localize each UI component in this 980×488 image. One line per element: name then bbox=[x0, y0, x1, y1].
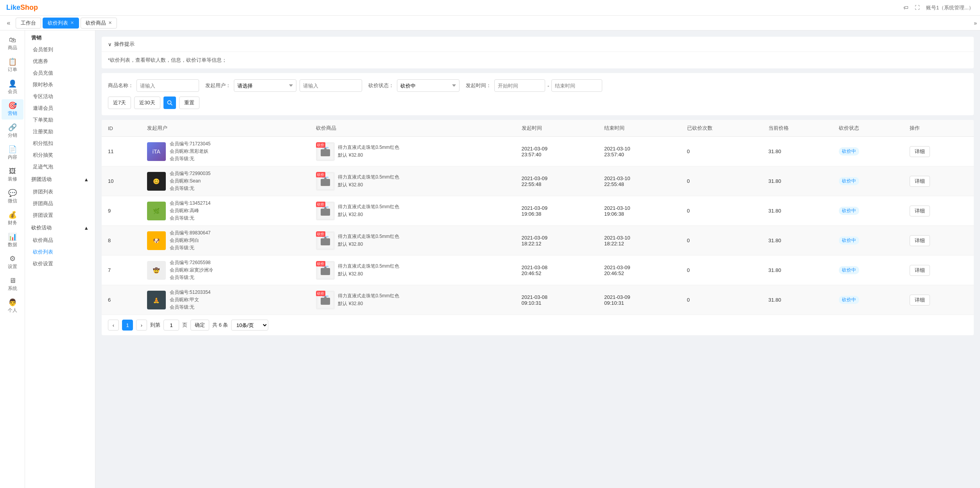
prev-page-btn[interactable]: ‹ bbox=[108, 320, 119, 331]
sidebar-zone-activity[interactable]: 专区活动 bbox=[25, 91, 95, 102]
cell-product: 砍价 得力直液式走珠笔0.5mm红色 默认 ¥32.80 bbox=[310, 226, 515, 256]
nav-wechat-label: 微信 bbox=[8, 198, 17, 204]
user-level: 会员等级:无 bbox=[170, 185, 211, 192]
initiator-input[interactable] bbox=[300, 79, 362, 92]
tab-bargain-list[interactable]: 砍价列表 ✕ bbox=[43, 18, 79, 29]
page-size-select[interactable]: 10条/页 20条/页 50条/页 bbox=[231, 320, 268, 331]
nav-decoration[interactable]: 🖼 装修 bbox=[2, 165, 23, 185]
th-product: 砍价商品 bbox=[310, 120, 515, 137]
cell-user: 🐶 会员编号:89830647 会员昵称:阿白 会员等级:无 bbox=[141, 226, 310, 256]
tab-bargain-goods[interactable]: 砍价商品 ✕ bbox=[81, 18, 117, 29]
detail-button[interactable]: 详细 bbox=[910, 176, 930, 187]
product-default: 默认 ¥32.80 bbox=[338, 241, 399, 248]
nav-goods[interactable]: 🛍 商品 bbox=[2, 34, 23, 54]
user-level: 会员等级:无 bbox=[170, 274, 213, 281]
finance-icon: 💰 bbox=[8, 211, 17, 218]
expand-icon[interactable]: ⛶ bbox=[915, 5, 920, 11]
sidebar-points-deduct[interactable]: 积分抵扣 bbox=[25, 138, 95, 149]
product-name-input[interactable] bbox=[136, 79, 199, 92]
cell-end-time: 2021-03-1023:57:40 bbox=[598, 137, 681, 166]
page-confirm-btn[interactable]: 确定 bbox=[190, 320, 209, 331]
sidebar-coupon[interactable]: 优惠券 bbox=[25, 55, 95, 67]
detail-button[interactable]: 详细 bbox=[910, 265, 930, 276]
user-name: 会员昵称:黑彩老妖 bbox=[170, 148, 211, 155]
nav-goods-label: 商品 bbox=[8, 45, 17, 51]
nav-wechat[interactable]: 💬 微信 bbox=[2, 187, 23, 207]
detail-button[interactable]: 详细 bbox=[910, 235, 930, 246]
nav-fenshao[interactable]: 🔗 分销 bbox=[2, 121, 23, 141]
orders-icon: 📋 bbox=[8, 58, 17, 65]
nav-data[interactable]: 📊 数据 bbox=[2, 231, 23, 251]
tabbar-expand[interactable]: » bbox=[974, 20, 977, 26]
btn-7days[interactable]: 近7天 bbox=[108, 97, 131, 109]
tab-workbench[interactable]: 工作台 bbox=[16, 18, 41, 29]
user-name: 会员昵称:甲文 bbox=[170, 297, 211, 303]
table-row: 11 iTA 会员编号:71723045 会员昵称:黑彩老妖 会员等级:无 砍价 bbox=[102, 137, 974, 166]
pintuan-section-header[interactable]: 拼团活动 ▲ bbox=[25, 173, 95, 186]
sidebar-pintuan-list[interactable]: 拼团列表 bbox=[25, 186, 95, 198]
product-name: 得力直液式走珠笔0.5mm红色 bbox=[338, 173, 399, 181]
page-jump-input[interactable] bbox=[163, 320, 179, 331]
filter-row-1: 商品名称： 发起用户： 请选择 砍价状态： 砍价中 砍价成功 砍价失败 bbox=[108, 79, 967, 92]
cell-count: 0 bbox=[681, 256, 762, 285]
nav-members[interactable]: 👤 会员 bbox=[2, 77, 23, 98]
nav-system[interactable]: 🖥 系统 bbox=[2, 274, 23, 295]
nav-personal[interactable]: 👨 个人 bbox=[2, 296, 23, 316]
end-date-input[interactable] bbox=[551, 79, 602, 92]
tab-bargain-list-close[interactable]: ✕ bbox=[70, 20, 74, 25]
nav-finance[interactable]: 💰 财务 bbox=[2, 209, 23, 229]
sidebar-bargain-settings[interactable]: 砍价设置 bbox=[25, 258, 95, 270]
sidebar-pintuan-goods[interactable]: 拼团商品 bbox=[25, 198, 95, 209]
sidebar-bargain-goods[interactable]: 砍价商品 bbox=[25, 234, 95, 246]
cell-start-time: 2021-03-0919:06:38 bbox=[515, 196, 598, 226]
cell-id: 7 bbox=[102, 256, 141, 285]
date-range: - bbox=[494, 79, 602, 92]
sidebar-points-lottery[interactable]: 积分抽奖 bbox=[25, 149, 95, 161]
next-page-btn[interactable]: › bbox=[136, 320, 147, 331]
filter-status: 砍价状态： 砍价中 砍价成功 砍价失败 全部 bbox=[368, 79, 459, 92]
detail-button[interactable]: 详细 bbox=[910, 206, 930, 216]
sidebar-flash-sale[interactable]: 限时秒杀 bbox=[25, 79, 95, 91]
user-level: 会员等级:无 bbox=[170, 156, 211, 162]
sidebar-order-reward[interactable]: 下单奖励 bbox=[25, 114, 95, 126]
nav-members-label: 会员 bbox=[8, 88, 17, 95]
nav-marketing[interactable]: 🎯 营销 bbox=[2, 99, 23, 120]
btn-30days[interactable]: 近30天 bbox=[134, 97, 160, 109]
sidebar-invite-member[interactable]: 邀请会员 bbox=[25, 102, 95, 114]
sidebar-member-recharge[interactable]: 会员充值 bbox=[25, 67, 95, 79]
detail-button[interactable]: 详细 bbox=[910, 295, 930, 306]
reset-button[interactable]: 重置 bbox=[179, 97, 199, 109]
cell-action: 详细 bbox=[903, 226, 974, 256]
status-select[interactable]: 砍价中 砍价成功 砍价失败 全部 bbox=[397, 79, 459, 92]
nav-settings[interactable]: ⚙ 设置 bbox=[2, 252, 23, 273]
sidebar-register-reward[interactable]: 注册奖励 bbox=[25, 126, 95, 138]
start-date-input[interactable] bbox=[494, 79, 545, 92]
sidebar-border-bubble[interactable]: 足迹气泡 bbox=[25, 161, 95, 173]
sidebar-pintuan-settings[interactable]: 拼团设置 bbox=[25, 209, 95, 221]
tips-panel-header[interactable]: ∨ 操作提示 bbox=[102, 37, 974, 52]
status-badge: 砍价中 bbox=[839, 177, 859, 185]
filter-initiator: 发起用户： 请选择 bbox=[205, 79, 362, 92]
marketing-icon: 🎯 bbox=[8, 102, 17, 109]
cell-status: 砍价中 bbox=[833, 285, 903, 315]
sidebar-bargain-list[interactable]: 砍价列表 bbox=[25, 246, 95, 258]
sidebar-member-signin[interactable]: 会员签到 bbox=[25, 44, 95, 55]
search-button[interactable] bbox=[163, 97, 176, 109]
cell-product: 砍价 得力直液式走珠笔0.5mm红色 默认 ¥32.80 bbox=[310, 256, 515, 285]
initiator-label: 发起用户： bbox=[205, 82, 231, 89]
main-table: ID 发起用户 砍价商品 发起时间 结束时间 已砍价次数 当前价格 砍价状态 操… bbox=[102, 120, 974, 315]
bargain-section-header[interactable]: 砍价活动 ▲ bbox=[25, 221, 95, 234]
page-1-btn[interactable]: 1 bbox=[122, 320, 133, 331]
user-code: 会员编号:89830647 bbox=[170, 230, 211, 236]
cell-id: 11 bbox=[102, 137, 141, 166]
tab-bargain-goods-close[interactable]: ✕ bbox=[108, 20, 112, 25]
initiator-select[interactable]: 请选择 bbox=[234, 79, 296, 92]
sidebar-toggle[interactable]: « bbox=[3, 18, 14, 29]
detail-button[interactable]: 详细 bbox=[910, 146, 930, 157]
nav-content[interactable]: 📄 内容 bbox=[2, 143, 23, 163]
table-row: 7 🤠 会员编号:72605598 会员昵称:寂寞沙洲冷 会员等级:无 砍价 bbox=[102, 256, 974, 285]
nav-orders[interactable]: 📋 订单 bbox=[2, 55, 23, 76]
cell-product: 砍价 得力直液式走珠笔0.5mm红色 默认 ¥32.80 bbox=[310, 285, 515, 315]
cell-price: 31.80 bbox=[762, 196, 833, 226]
search-icon bbox=[167, 100, 172, 105]
